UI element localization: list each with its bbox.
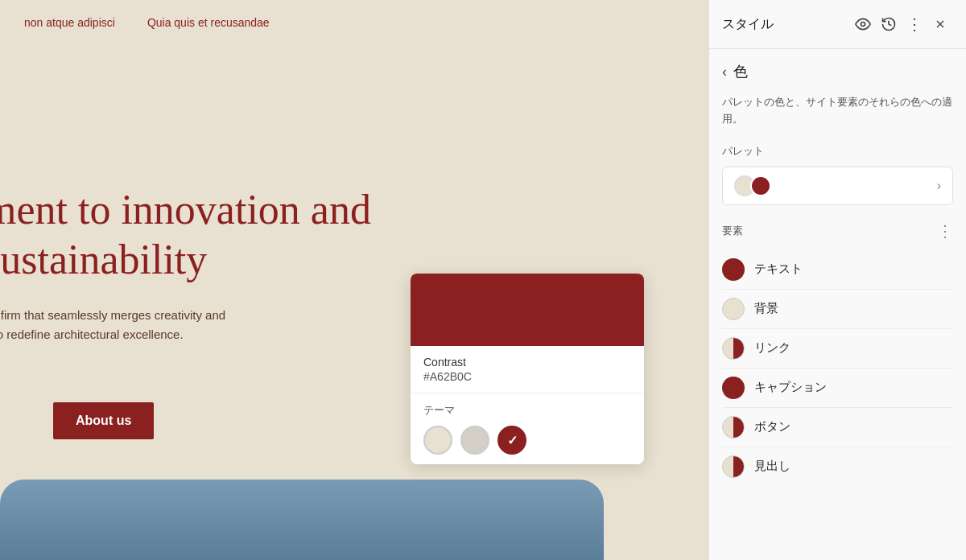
text-label: テキスト bbox=[754, 261, 803, 277]
palette-label: パレット bbox=[722, 144, 953, 159]
color-theme-swatches: ✓ bbox=[423, 426, 631, 455]
button-color-indicator bbox=[722, 416, 745, 439]
heading-color-indicator bbox=[722, 455, 745, 478]
section-back: ‹ 色 bbox=[722, 62, 953, 81]
contrast-label: Contrast bbox=[423, 356, 631, 369]
nav-item-1: non atque adipisci bbox=[24, 16, 115, 29]
link-color-indicator bbox=[722, 337, 745, 360]
palette-row[interactable]: › bbox=[722, 167, 953, 205]
background-label: 背景 bbox=[754, 301, 778, 316]
caption-color-indicator bbox=[722, 377, 745, 399]
svg-point-0 bbox=[861, 23, 865, 27]
checkmark-icon: ✓ bbox=[507, 433, 518, 448]
theme-swatch-1[interactable] bbox=[423, 426, 452, 455]
styles-panel: スタイル ⋮ ‹ 色 bbox=[708, 0, 966, 560]
color-picker-popup: Contrast #A62B0C テーマ ✓ bbox=[411, 274, 644, 464]
link-label: リンク bbox=[754, 340, 791, 356]
headline-line2: sustainability bbox=[0, 237, 207, 282]
preview-panel: non atque adipisci Quia quis et recusand… bbox=[0, 0, 708, 560]
back-arrow-icon[interactable]: ‹ bbox=[722, 64, 727, 80]
heading-label: 見出し bbox=[754, 459, 791, 474]
button-label: ボタン bbox=[754, 419, 791, 434]
color-swatch-large bbox=[411, 274, 644, 346]
element-button[interactable]: ボタン bbox=[722, 408, 953, 447]
panel-title: スタイル bbox=[722, 16, 850, 33]
panel-header: スタイル ⋮ bbox=[709, 0, 966, 49]
section-title: 色 bbox=[733, 62, 748, 81]
subtext-line2: y to redefine architectural excellence. bbox=[0, 325, 225, 344]
water-decoration bbox=[0, 480, 604, 560]
about-us-button[interactable]: About us bbox=[53, 402, 154, 439]
theme-label: テーマ bbox=[423, 403, 631, 418]
subtext-line1: ng firm that seamlessly merges creativit… bbox=[0, 306, 225, 325]
panel-content: ‹ 色 パレットの色と、サイト要素のそれらの色への適用。 パレット › 要素 ⋮… bbox=[709, 49, 966, 560]
history-button[interactable] bbox=[876, 11, 902, 37]
headline-line1: ment to innovation and bbox=[0, 187, 371, 233]
hex-value: #A62B0C bbox=[423, 370, 631, 383]
preview-headline: ment to innovation and sustainability bbox=[0, 185, 371, 286]
color-info: Contrast #A62B0C bbox=[411, 346, 644, 393]
elements-label: 要素 bbox=[722, 224, 937, 238]
caption-label: キャプション bbox=[754, 380, 827, 395]
eye-button[interactable] bbox=[850, 11, 876, 37]
element-text[interactable]: テキスト bbox=[722, 250, 953, 290]
element-background[interactable]: 背景 bbox=[722, 290, 953, 329]
theme-swatch-3[interactable]: ✓ bbox=[497, 426, 526, 455]
elements-header: 要素 ⋮ bbox=[722, 221, 953, 241]
more-options-button[interactable]: ⋮ bbox=[902, 11, 927, 37]
elements-more-icon[interactable]: ⋮ bbox=[937, 221, 953, 241]
close-button[interactable] bbox=[927, 11, 953, 37]
palette-chevron-icon: › bbox=[937, 179, 941, 193]
color-theme-section: テーマ ✓ bbox=[411, 393, 644, 464]
palette-colors bbox=[734, 175, 937, 196]
preview-subtext: ng firm that seamlessly merges creativit… bbox=[0, 306, 225, 344]
element-caption[interactable]: キャプション bbox=[722, 369, 953, 408]
nav-item-2: Quia quis et recusandae bbox=[147, 16, 270, 29]
element-heading[interactable]: 見出し bbox=[722, 447, 953, 486]
more-dots-icon: ⋮ bbox=[906, 14, 923, 34]
palette-dot-2 bbox=[750, 175, 771, 196]
preview-nav: non atque adipisci Quia quis et recusand… bbox=[0, 0, 294, 45]
text-color-indicator bbox=[722, 258, 745, 281]
element-link[interactable]: リンク bbox=[722, 329, 953, 369]
theme-swatch-2[interactable] bbox=[460, 426, 489, 455]
section-description: パレットの色と、サイト要素のそれらの色への適用。 bbox=[722, 94, 953, 128]
background-color-indicator bbox=[722, 298, 745, 320]
